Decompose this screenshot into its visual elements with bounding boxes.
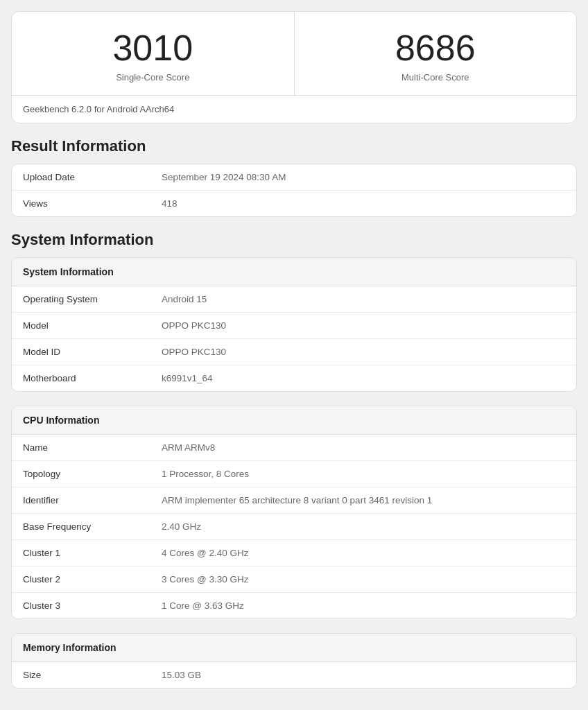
os-key: Operating System xyxy=(23,294,162,304)
upload-date-value: September 19 2024 08:30 AM xyxy=(162,172,565,182)
table-row: Topology 1 Processor, 8 Cores xyxy=(12,461,576,487)
os-value: Android 15 xyxy=(162,294,565,304)
cluster3-value: 1 Core @ 3.63 GHz xyxy=(162,600,565,611)
memory-size-key: Size xyxy=(23,670,162,680)
table-row: Upload Date September 19 2024 08:30 AM xyxy=(12,164,576,191)
cpu-name-key: Name xyxy=(23,442,162,453)
system-info-card: System Information Operating System Andr… xyxy=(11,257,577,392)
model-key: Model xyxy=(23,320,162,331)
model-id-value: OPPO PKC130 xyxy=(162,347,565,357)
system-information-section: System Information System Information Op… xyxy=(11,231,577,689)
cpu-info-card-header: CPU Information xyxy=(12,406,576,435)
base-freq-value: 2.40 GHz xyxy=(162,521,565,532)
table-row: Model ID OPPO PKC130 xyxy=(12,339,576,365)
single-core-cell: 3010 Single-Core Score xyxy=(12,12,295,95)
table-row: Base Frequency 2.40 GHz xyxy=(12,514,576,540)
table-row: Name ARM ARMv8 xyxy=(12,435,576,461)
cluster1-key: Cluster 1 xyxy=(23,548,162,558)
table-row: Model OPPO PKC130 xyxy=(12,313,576,339)
memory-size-value: 15.03 GB xyxy=(162,670,565,680)
table-row: Cluster 2 3 Cores @ 3.30 GHz xyxy=(12,566,576,593)
cpu-name-value: ARM ARMv8 xyxy=(162,442,565,453)
table-row: Size 15.03 GB xyxy=(12,662,576,688)
topology-key: Topology xyxy=(23,469,162,479)
base-freq-key: Base Frequency xyxy=(23,521,162,532)
cluster2-key: Cluster 2 xyxy=(23,574,162,585)
single-core-score: 3010 xyxy=(23,28,283,68)
table-row: Cluster 3 1 Core @ 3.63 GHz xyxy=(12,593,576,618)
topology-value: 1 Processor, 8 Cores xyxy=(162,469,565,479)
table-row: Identifier ARM implementer 65 architectu… xyxy=(12,487,576,514)
system-info-card-header: System Information xyxy=(12,258,576,286)
score-row: 3010 Single-Core Score 8686 Multi-Core S… xyxy=(12,12,576,96)
result-information-section: Result Information Upload Date September… xyxy=(11,137,577,217)
cpu-info-card: CPU Information Name ARM ARMv8 Topology … xyxy=(11,406,577,619)
cluster2-value: 3 Cores @ 3.30 GHz xyxy=(162,574,565,585)
table-row: Operating System Android 15 xyxy=(12,286,576,313)
table-row: Cluster 1 4 Cores @ 2.40 GHz xyxy=(12,540,576,566)
memory-info-card: Memory Information Size 15.03 GB xyxy=(11,633,577,689)
multi-core-label: Multi-Core Score xyxy=(306,72,566,83)
multi-core-cell: 8686 Multi-Core Score xyxy=(295,12,577,95)
result-information-heading: Result Information xyxy=(11,137,577,155)
result-information-card: Upload Date September 19 2024 08:30 AM V… xyxy=(11,164,577,217)
upload-date-key: Upload Date xyxy=(23,172,162,182)
table-row: Views 418 xyxy=(12,191,576,216)
views-key: Views xyxy=(23,198,162,209)
identifier-key: Identifier xyxy=(23,495,162,505)
views-value: 418 xyxy=(162,198,565,209)
score-footer: Geekbench 6.2.0 for Android AArch64 xyxy=(12,96,576,123)
single-core-label: Single-Core Score xyxy=(23,72,283,83)
cluster3-key: Cluster 3 xyxy=(23,600,162,611)
multi-core-score: 8686 xyxy=(306,28,566,68)
memory-info-card-header: Memory Information xyxy=(12,634,576,662)
score-card: 3010 Single-Core Score 8686 Multi-Core S… xyxy=(11,11,577,123)
motherboard-key: Motherboard xyxy=(23,373,162,383)
table-row: Motherboard k6991v1_64 xyxy=(12,365,576,391)
motherboard-value: k6991v1_64 xyxy=(162,373,565,383)
cluster1-value: 4 Cores @ 2.40 GHz xyxy=(162,548,565,558)
model-value: OPPO PKC130 xyxy=(162,320,565,331)
identifier-value: ARM implementer 65 architecture 8 varian… xyxy=(162,495,565,505)
system-information-heading: System Information xyxy=(11,231,577,249)
model-id-key: Model ID xyxy=(23,347,162,357)
